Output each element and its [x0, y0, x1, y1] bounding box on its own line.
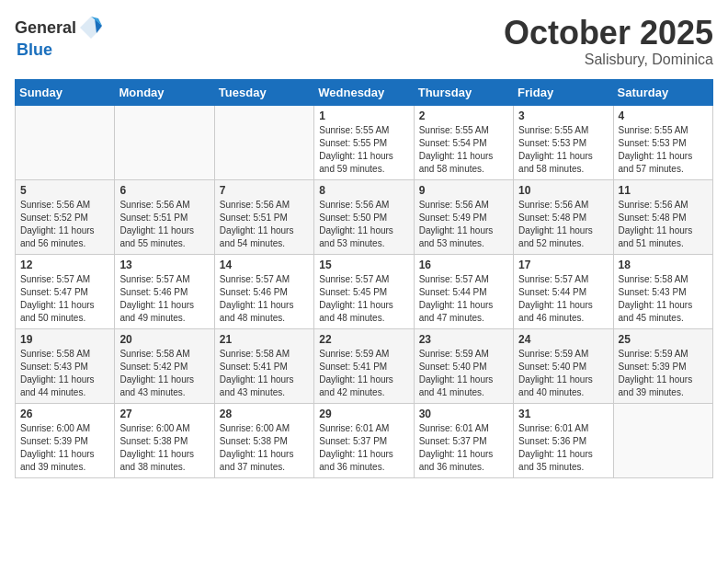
- day-number: 29: [319, 408, 408, 420]
- weekday-header-row: SundayMondayTuesdayWednesdayThursdayFrid…: [16, 79, 713, 105]
- day-number: 6: [119, 184, 209, 197]
- day-number: 3: [518, 109, 608, 122]
- day-info: Sunrise: 5:57 AMSunset: 5:46 PMDaylight:…: [220, 273, 309, 325]
- calendar-cell: 1Sunrise: 5:55 AMSunset: 5:55 PMDaylight…: [314, 105, 414, 179]
- day-number: 14: [220, 259, 309, 271]
- calendar-cell: 17Sunrise: 5:57 AMSunset: 5:44 PMDayligh…: [514, 254, 613, 328]
- day-number: 16: [419, 259, 508, 271]
- day-number: 10: [518, 184, 608, 197]
- day-info: Sunrise: 5:59 AMSunset: 5:39 PMDaylight:…: [619, 348, 708, 399]
- week-row-4: 19Sunrise: 5:58 AMSunset: 5:43 PMDayligh…: [16, 328, 713, 403]
- day-info: Sunrise: 5:55 AMSunset: 5:54 PMDaylight:…: [419, 124, 508, 176]
- weekday-header-saturday: Saturday: [613, 79, 712, 105]
- week-row-3: 12Sunrise: 5:57 AMSunset: 5:47 PMDayligh…: [16, 254, 713, 328]
- day-info: Sunrise: 6:00 AMSunset: 5:39 PMDaylight:…: [20, 422, 109, 474]
- weekday-header-friday: Friday: [514, 79, 613, 105]
- calendar-cell: 8Sunrise: 5:56 AMSunset: 5:50 PMDaylight…: [314, 179, 414, 254]
- day-number: 27: [119, 408, 209, 420]
- day-number: 15: [319, 259, 408, 271]
- calendar-cell: 30Sunrise: 6:01 AMSunset: 5:37 PMDayligh…: [414, 403, 513, 477]
- day-number: 19: [20, 333, 109, 346]
- day-info: Sunrise: 5:57 AMSunset: 5:44 PMDaylight:…: [419, 273, 508, 325]
- day-info: Sunrise: 5:57 AMSunset: 5:45 PMDaylight:…: [319, 273, 408, 325]
- calendar-cell: 23Sunrise: 5:59 AMSunset: 5:40 PMDayligh…: [414, 328, 513, 403]
- page-header: General Blue October 2025 Salisbury, Dom…: [15, 15, 713, 68]
- calendar-cell: 2Sunrise: 5:55 AMSunset: 5:54 PMDaylight…: [414, 105, 513, 179]
- day-info: Sunrise: 6:01 AMSunset: 5:37 PMDaylight:…: [419, 422, 508, 474]
- calendar-cell: 27Sunrise: 6:00 AMSunset: 5:38 PMDayligh…: [115, 403, 214, 477]
- calendar-cell: [16, 105, 115, 179]
- day-info: Sunrise: 5:55 AMSunset: 5:53 PMDaylight:…: [619, 124, 708, 176]
- weekday-header-monday: Monday: [115, 79, 214, 105]
- calendar-cell: 6Sunrise: 5:56 AMSunset: 5:51 PMDaylight…: [115, 179, 214, 254]
- calendar-cell: 12Sunrise: 5:57 AMSunset: 5:47 PMDayligh…: [16, 254, 115, 328]
- calendar-cell: 13Sunrise: 5:57 AMSunset: 5:46 PMDayligh…: [115, 254, 214, 328]
- day-info: Sunrise: 5:57 AMSunset: 5:46 PMDaylight:…: [119, 273, 209, 325]
- day-info: Sunrise: 5:55 AMSunset: 5:53 PMDaylight:…: [518, 124, 608, 176]
- day-number: 9: [419, 184, 508, 197]
- week-row-2: 5Sunrise: 5:56 AMSunset: 5:52 PMDaylight…: [16, 179, 713, 254]
- day-number: 17: [518, 259, 608, 271]
- day-info: Sunrise: 5:58 AMSunset: 5:41 PMDaylight:…: [220, 348, 309, 399]
- day-info: Sunrise: 5:58 AMSunset: 5:42 PMDaylight:…: [119, 348, 209, 399]
- logo-icon: [78, 15, 104, 40]
- month-title: October 2025: [504, 15, 713, 52]
- calendar-cell: [214, 105, 313, 179]
- day-number: 28: [220, 408, 309, 420]
- logo-general: General: [15, 18, 76, 38]
- calendar-cell: 5Sunrise: 5:56 AMSunset: 5:52 PMDaylight…: [16, 179, 115, 254]
- day-info: Sunrise: 5:56 AMSunset: 5:48 PMDaylight:…: [518, 199, 608, 250]
- calendar-cell: 22Sunrise: 5:59 AMSunset: 5:41 PMDayligh…: [314, 328, 414, 403]
- calendar-cell: 19Sunrise: 5:58 AMSunset: 5:43 PMDayligh…: [16, 328, 115, 403]
- day-number: 7: [220, 184, 309, 197]
- day-info: Sunrise: 6:01 AMSunset: 5:37 PMDaylight:…: [319, 422, 408, 474]
- day-number: 4: [619, 109, 708, 122]
- day-info: Sunrise: 5:58 AMSunset: 5:43 PMDaylight:…: [20, 348, 109, 399]
- calendar: SundayMondayTuesdayWednesdayThursdayFrid…: [15, 79, 713, 478]
- calendar-cell: 26Sunrise: 6:00 AMSunset: 5:39 PMDayligh…: [16, 403, 115, 477]
- day-info: Sunrise: 6:00 AMSunset: 5:38 PMDaylight:…: [220, 422, 309, 474]
- calendar-cell: 25Sunrise: 5:59 AMSunset: 5:39 PMDayligh…: [613, 328, 712, 403]
- day-info: Sunrise: 5:57 AMSunset: 5:44 PMDaylight:…: [518, 273, 608, 325]
- day-info: Sunrise: 5:56 AMSunset: 5:52 PMDaylight:…: [20, 199, 109, 250]
- calendar-cell: 4Sunrise: 5:55 AMSunset: 5:53 PMDaylight…: [613, 105, 712, 179]
- calendar-cell: 31Sunrise: 6:01 AMSunset: 5:36 PMDayligh…: [514, 403, 613, 477]
- day-number: 24: [518, 333, 608, 346]
- day-number: 2: [419, 109, 508, 122]
- day-info: Sunrise: 5:56 AMSunset: 5:51 PMDaylight:…: [119, 199, 209, 250]
- calendar-cell: 15Sunrise: 5:57 AMSunset: 5:45 PMDayligh…: [314, 254, 414, 328]
- day-info: Sunrise: 5:56 AMSunset: 5:48 PMDaylight:…: [619, 199, 708, 250]
- calendar-cell: 10Sunrise: 5:56 AMSunset: 5:48 PMDayligh…: [514, 179, 613, 254]
- day-info: Sunrise: 5:58 AMSunset: 5:43 PMDaylight:…: [619, 273, 708, 325]
- day-number: 21: [220, 333, 309, 346]
- day-number: 26: [20, 408, 109, 420]
- day-number: 25: [619, 333, 708, 346]
- day-number: 18: [619, 259, 708, 271]
- calendar-cell: [115, 105, 214, 179]
- day-number: 8: [319, 184, 408, 197]
- calendar-cell: 9Sunrise: 5:56 AMSunset: 5:49 PMDaylight…: [414, 179, 513, 254]
- day-number: 1: [319, 109, 408, 122]
- calendar-cell: 20Sunrise: 5:58 AMSunset: 5:42 PMDayligh…: [115, 328, 214, 403]
- weekday-header-thursday: Thursday: [414, 79, 513, 105]
- day-number: 30: [419, 408, 508, 420]
- day-number: 20: [119, 333, 209, 346]
- calendar-cell: 24Sunrise: 5:59 AMSunset: 5:40 PMDayligh…: [514, 328, 613, 403]
- logo-blue: Blue: [17, 40, 52, 59]
- day-info: Sunrise: 5:56 AMSunset: 5:49 PMDaylight:…: [419, 199, 508, 250]
- day-info: Sunrise: 6:00 AMSunset: 5:38 PMDaylight:…: [119, 422, 209, 474]
- day-number: 23: [419, 333, 508, 346]
- weekday-header-wednesday: Wednesday: [314, 79, 414, 105]
- calendar-cell: 28Sunrise: 6:00 AMSunset: 5:38 PMDayligh…: [214, 403, 313, 477]
- day-number: 13: [119, 259, 209, 271]
- calendar-cell: 21Sunrise: 5:58 AMSunset: 5:41 PMDayligh…: [214, 328, 313, 403]
- day-info: Sunrise: 5:55 AMSunset: 5:55 PMDaylight:…: [319, 124, 408, 176]
- day-info: Sunrise: 5:59 AMSunset: 5:40 PMDaylight:…: [518, 348, 608, 399]
- calendar-cell: 7Sunrise: 5:56 AMSunset: 5:51 PMDaylight…: [214, 179, 313, 254]
- calendar-cell: 18Sunrise: 5:58 AMSunset: 5:43 PMDayligh…: [613, 254, 712, 328]
- day-info: Sunrise: 5:57 AMSunset: 5:47 PMDaylight:…: [20, 273, 109, 325]
- day-number: 11: [619, 184, 708, 197]
- calendar-cell: 16Sunrise: 5:57 AMSunset: 5:44 PMDayligh…: [414, 254, 513, 328]
- weekday-header-sunday: Sunday: [16, 79, 115, 105]
- day-info: Sunrise: 5:56 AMSunset: 5:50 PMDaylight:…: [319, 199, 408, 250]
